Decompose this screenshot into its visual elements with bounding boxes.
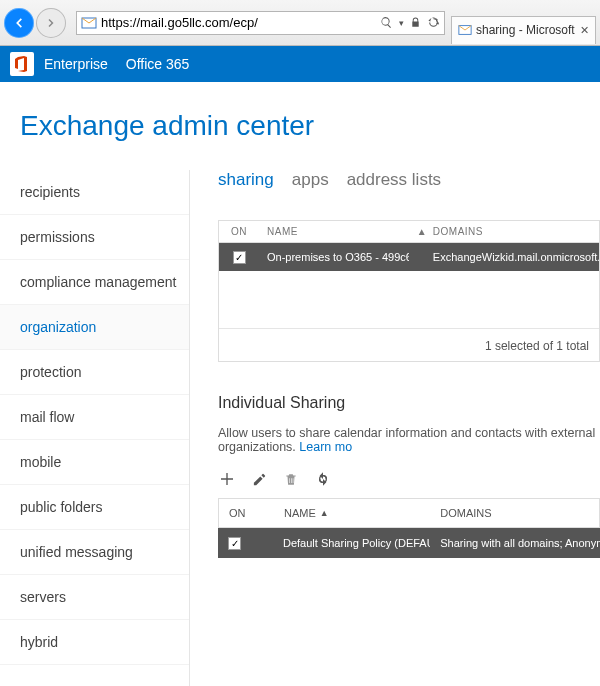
delete-button[interactable] xyxy=(282,470,300,488)
tab-sharing[interactable]: sharing xyxy=(218,170,274,190)
tab-apps[interactable]: apps xyxy=(292,170,329,190)
refresh-icon[interactable] xyxy=(427,16,440,29)
row-name: On-premises to O365 - 499c6e75-f… xyxy=(259,251,409,263)
main-layout: recipientspermissionscompliance manageme… xyxy=(0,170,600,686)
org-grid-body: ✓ On-premises to O365 - 499c6e75-f… Exch… xyxy=(218,242,600,362)
tab-address-lists[interactable]: address lists xyxy=(347,170,441,190)
sidebar-item-permissions[interactable]: permissions xyxy=(0,215,189,260)
sort-asc-icon: ▲ xyxy=(320,508,329,518)
edit-button[interactable] xyxy=(250,470,268,488)
search-icon[interactable] xyxy=(380,16,393,29)
top-link-enterprise[interactable]: Enterprise xyxy=(44,56,108,72)
sidebar-item-compliance-management[interactable]: compliance management xyxy=(0,260,189,305)
browser-tab[interactable]: sharing - Microsoft Exchange ✕ xyxy=(451,16,596,44)
row-domains: ExchangeWizkid.mail.onmicrosoft.c xyxy=(425,251,599,263)
individual-grid-row[interactable]: ✓ Default Sharing Policy (DEFAULT) Shari… xyxy=(218,528,600,558)
org-grid-row[interactable]: ✓ On-premises to O365 - 499c6e75-f… Exch… xyxy=(219,243,599,271)
search-dropdown-icon[interactable]: ▾ xyxy=(399,18,404,28)
site-icon xyxy=(81,15,97,31)
forward-button[interactable] xyxy=(36,8,66,38)
tab-favicon xyxy=(458,23,472,37)
sidebar: recipientspermissionscompliance manageme… xyxy=(0,170,190,686)
sidebar-item-recipients[interactable]: recipients xyxy=(0,170,189,215)
sidebar-item-mobile[interactable]: mobile xyxy=(0,440,189,485)
learn-more-link[interactable]: Learn mo xyxy=(299,440,352,454)
tab-close-icon[interactable]: ✕ xyxy=(580,24,589,37)
tab-bar: sharing - Microsoft Exchange ✕ xyxy=(451,0,596,45)
col2-on[interactable]: ON xyxy=(219,507,274,519)
individual-grid-header: ON NAME ▲ DOMAINS xyxy=(218,498,600,528)
desc-text: Allow users to share calendar informatio… xyxy=(218,426,595,454)
org-grid-header: ON NAME ▲ DOMAINS xyxy=(218,220,600,242)
sidebar-item-protection[interactable]: protection xyxy=(0,350,189,395)
sidebar-item-unified-messaging[interactable]: unified messaging xyxy=(0,530,189,575)
lock-icon xyxy=(410,17,421,28)
sidebar-item-servers[interactable]: servers xyxy=(0,575,189,620)
row2-name: Default Sharing Policy (DEFAULT) xyxy=(273,537,430,549)
individual-sharing-title: Individual Sharing xyxy=(218,394,600,412)
individual-sharing-desc: Allow users to share calendar informatio… xyxy=(218,426,600,454)
col-on[interactable]: ON xyxy=(219,226,259,237)
main-content: sharingappsaddress lists ON NAME ▲ DOMAI… xyxy=(190,170,600,686)
checkbox-icon[interactable]: ✓ xyxy=(228,537,241,550)
sidebar-item-organization[interactable]: organization xyxy=(0,305,189,350)
col-name[interactable]: NAME xyxy=(259,226,409,237)
url-text: https://mail.go5llc.com/ecp/ xyxy=(101,15,376,30)
col-domains[interactable]: DOMAINS xyxy=(425,226,599,237)
row2-domains: Sharing with all domains; Anonymo xyxy=(430,537,600,549)
browser-chrome: https://mail.go5llc.com/ecp/ ▾ sharing -… xyxy=(0,0,600,46)
sidebar-item-mail-flow[interactable]: mail flow xyxy=(0,395,189,440)
top-link-office365[interactable]: Office 365 xyxy=(126,56,190,72)
sidebar-item-hybrid[interactable]: hybrid xyxy=(0,620,189,665)
page-title: Exchange admin center xyxy=(0,82,600,142)
back-button[interactable] xyxy=(4,8,34,38)
org-grid-footer: 1 selected of 1 total xyxy=(219,328,599,353)
individual-toolbar xyxy=(218,470,600,488)
row2-checkbox-cell[interactable]: ✓ xyxy=(218,537,273,550)
checkbox-icon[interactable]: ✓ xyxy=(233,251,246,264)
content-tabs: sharingappsaddress lists xyxy=(218,170,600,190)
office-logo-icon[interactable] xyxy=(10,52,34,76)
address-bar[interactable]: https://mail.go5llc.com/ecp/ ▾ xyxy=(76,11,445,35)
row-checkbox-cell[interactable]: ✓ xyxy=(219,251,259,264)
col2-domains[interactable]: DOMAINS xyxy=(430,507,599,519)
tab-title: sharing - Microsoft Exchange xyxy=(476,23,576,37)
app-top-bar: Enterprise Office 365 xyxy=(0,46,600,82)
url-tools: ▾ xyxy=(376,16,444,29)
col2-name[interactable]: NAME ▲ xyxy=(274,507,430,519)
sidebar-item-public-folders[interactable]: public folders xyxy=(0,485,189,530)
refresh-button[interactable] xyxy=(314,470,332,488)
col-sort-icon[interactable]: ▲ xyxy=(409,226,425,237)
add-button[interactable] xyxy=(218,470,236,488)
